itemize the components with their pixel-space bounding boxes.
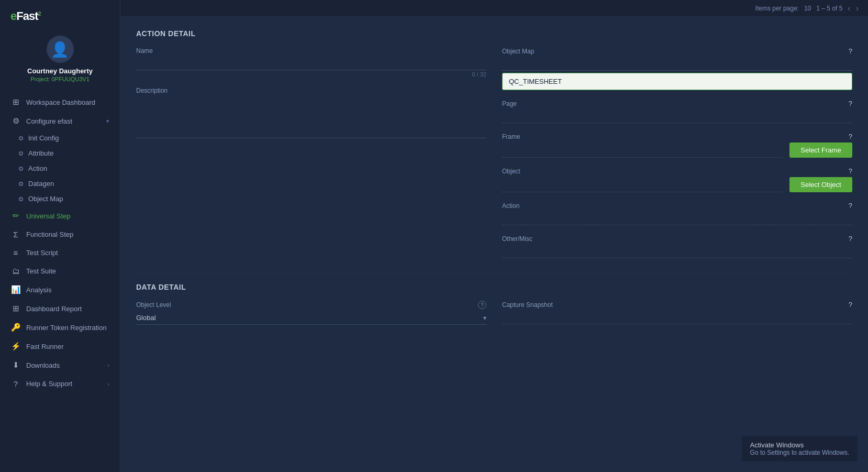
sidebar-item-runner-token-registration[interactable]: 🔑 Runner Token Registration — [0, 318, 120, 337]
object-level-select-wrapper: Global Local Custom ▾ — [136, 311, 486, 325]
sidebar-label-analysis: Analysis — [26, 286, 109, 294]
object-map-selected-value: QC_TIMESHEET — [502, 73, 852, 90]
select-frame-button[interactable]: Select Frame — [789, 142, 852, 158]
frame-input[interactable] — [502, 144, 782, 158]
action-input[interactable] — [502, 212, 852, 225]
items-per-page-label: Items per page: — [755, 5, 799, 12]
sidebar-item-dashboard-report[interactable]: ⊞ Dashboard Report — [0, 299, 120, 318]
data-detail-left: Object Level ? Global Local Custom ▾ — [136, 301, 486, 334]
name-label: Name — [136, 47, 486, 54]
page-field: Page ? — [502, 100, 852, 123]
action-detail-section: ACTION DETAIL Name 0 / 32 Description — [136, 29, 852, 268]
description-input[interactable] — [136, 96, 486, 138]
object-label: Object — [502, 168, 520, 175]
frame-header: Frame ? — [502, 133, 852, 140]
sidebar-item-downloads[interactable]: ⬇ Downloads › — [0, 356, 120, 375]
configure-sub-nav: Init Config Attribute Action Datagen Obj… — [0, 130, 120, 206]
logo-area: eFast2 — [0, 0, 120, 30]
object-map-help-icon[interactable]: ? — [849, 47, 852, 55]
action-help-icon[interactable]: ? — [849, 202, 852, 210]
chevron-right-icon: › — [107, 362, 109, 368]
other-misc-input[interactable] — [502, 245, 852, 258]
object-input[interactable] — [502, 179, 782, 192]
sidebar-item-fast-runner[interactable]: ⚡ Fast Runner — [0, 337, 120, 356]
downloads-icon: ⬇ — [10, 360, 21, 370]
sidebar-item-analysis[interactable]: 📊 Analysis — [0, 280, 120, 299]
nav-dot — [19, 167, 23, 171]
nav-dot — [19, 197, 23, 201]
name-input[interactable] — [136, 57, 486, 70]
page-content: ACTION DETAIL Name 0 / 32 Description — [120, 17, 868, 472]
other-misc-help-icon[interactable]: ? — [849, 235, 852, 243]
name-counter: 0 / 32 — [136, 71, 486, 78]
pagination-prev[interactable]: ‹ — [848, 4, 850, 13]
user-icon: 👤 — [51, 41, 69, 58]
frame-help-icon[interactable]: ? — [849, 133, 852, 140]
other-misc-field: Other/Misc ? — [502, 235, 852, 258]
pagination-next[interactable]: › — [856, 4, 859, 13]
capture-snapshot-input[interactable] — [502, 311, 852, 324]
sidebar-label-object-map: Object Map — [28, 195, 63, 203]
action-header: Action ? — [502, 202, 852, 210]
test-suite-icon: 🗂 — [10, 267, 21, 276]
sidebar: eFast2 👤 Courtney Daugherty Project: 0PF… — [0, 0, 120, 472]
sidebar-item-object-map[interactable]: Object Map — [19, 191, 120, 206]
sidebar-item-datagen[interactable]: Datagen — [19, 176, 120, 191]
other-misc-label: Other/Misc — [502, 235, 532, 243]
nav-dot — [19, 151, 23, 156]
sidebar-item-test-suite[interactable]: 🗂 Test Suite — [0, 262, 120, 280]
select-arrow-icon: ▾ — [483, 314, 486, 322]
sidebar-label-dashboard-report: Dashboard Report — [26, 305, 109, 313]
runner-token-icon: 🔑 — [10, 323, 21, 332]
frame-label: Frame — [502, 133, 520, 140]
data-detail-section: DATA DETAIL Object Level ? Global Local … — [136, 283, 852, 334]
object-level-field: Object Level ? Global Local Custom ▾ — [136, 301, 486, 325]
dashboard-report-icon: ⊞ — [10, 304, 21, 313]
user-section: 👤 Courtney Daugherty Project: 0PFUUQU3V1 — [0, 30, 120, 91]
object-map-field: Object Map ? QC_TIMESHEET — [502, 47, 852, 90]
sidebar-label-attribute: Attribute — [28, 149, 53, 157]
page-help-icon[interactable]: ? — [849, 100, 852, 107]
sidebar-label-fast-runner: Fast Runner — [26, 343, 109, 350]
sidebar-label-downloads: Downloads — [26, 361, 107, 369]
sidebar-item-action[interactable]: Action — [19, 161, 120, 176]
object-map-header: Object Map ? — [502, 47, 852, 55]
sidebar-item-help-support[interactable]: ? Help & Support › — [0, 375, 120, 393]
object-map-search-input[interactable] — [502, 57, 852, 71]
help-icon: ? — [10, 379, 21, 388]
sidebar-item-init-config[interactable]: Init Config — [19, 130, 120, 146]
description-field-group: Description — [136, 87, 486, 140]
configure-efast-icon: ⚙ — [10, 116, 21, 126]
data-detail-right: Capture Snapshot ? — [502, 301, 852, 334]
sidebar-item-universal-step[interactable]: ✏ Universal Step — [0, 206, 120, 225]
sidebar-item-attribute[interactable]: Attribute — [19, 146, 120, 161]
select-object-button[interactable]: Select Object — [789, 177, 852, 192]
object-field: Object ? Select Object — [502, 167, 852, 192]
capture-snapshot-field: Capture Snapshot ? — [502, 301, 852, 324]
app-logo: eFast2 — [10, 9, 41, 23]
description-label: Description — [136, 87, 486, 94]
avatar: 👤 — [47, 36, 74, 63]
universal-step-icon: ✏ — [10, 211, 21, 221]
object-level-help-icon[interactable]: ? — [478, 301, 486, 309]
section-divider — [136, 273, 852, 273]
page-input[interactable] — [502, 109, 852, 123]
sidebar-label-universal-step: Universal Step — [26, 212, 109, 220]
test-script-icon: ≡ — [10, 248, 21, 257]
object-level-select[interactable]: Global Local Custom — [136, 314, 483, 322]
action-detail-form: Name 0 / 32 Description — [136, 47, 852, 268]
workspace-dashboard-icon: ⊞ — [10, 97, 21, 107]
name-field-group: Name 0 / 32 — [136, 47, 486, 78]
sidebar-label-functional-step: Functional Step — [26, 230, 109, 238]
capture-snapshot-help-icon[interactable]: ? — [849, 301, 852, 309]
sidebar-item-configure-efast[interactable]: ⚙ Configure efast ▾ — [0, 112, 120, 130]
sidebar-item-test-script[interactable]: ≡ Test Script — [0, 244, 120, 262]
action-field: Action ? — [502, 202, 852, 225]
sidebar-label-help-support: Help & Support — [26, 380, 107, 388]
sidebar-item-functional-step[interactable]: Σ Functional Step — [0, 225, 120, 244]
sidebar-item-workspace-dashboard[interactable]: ⊞ Workspace Dashboard — [0, 93, 120, 112]
frame-field: Frame ? Select Frame — [502, 133, 852, 158]
object-map-label: Object Map — [502, 48, 534, 55]
object-help-icon[interactable]: ? — [849, 167, 852, 175]
functional-step-icon: Σ — [10, 230, 21, 239]
